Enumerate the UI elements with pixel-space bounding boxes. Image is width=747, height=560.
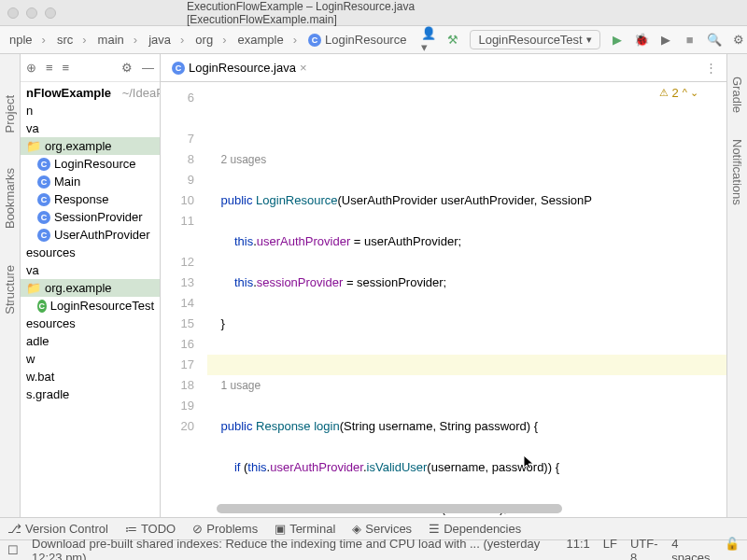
gear-icon[interactable]: ⚙ <box>731 33 746 48</box>
line-sep[interactable]: LF <box>603 537 617 561</box>
close-dot[interactable] <box>7 7 19 19</box>
tree-item[interactable]: va <box>21 261 160 279</box>
terminal-tool[interactable]: ▣ Terminal <box>275 522 335 536</box>
editor: CLoginResource.java× ⋮ ⚠2 ^ ⌄ 6 7891011 … <box>161 54 726 517</box>
status-bar: ☐ Download pre-built shared indexes: Red… <box>0 539 747 560</box>
close-tab-icon[interactable]: × <box>300 61 307 75</box>
window-controls <box>7 7 56 19</box>
tab-menu-icon[interactable]: ⋮ <box>705 61 723 75</box>
problems-tool[interactable]: ⊘ Problems <box>192 522 258 536</box>
tree-item[interactable]: CLoginResourceTest <box>21 297 160 315</box>
editor-tabs: CLoginResource.java× ⋮ <box>161 54 726 82</box>
project-tree[interactable]: nFlowExample ~/IdeaPr n va 📁 org.example… <box>21 82 160 405</box>
tree-item[interactable]: CUserAuthProvider <box>21 226 160 244</box>
tree-item[interactable]: 📁 org.example <box>21 279 160 297</box>
tree-root[interactable]: nFlowExample ~/IdeaPr <box>21 84 160 102</box>
window-title: ExecutionFlowExample – LoginResource.jav… <box>187 0 560 26</box>
todo-tool[interactable]: ≔ TODO <box>125 522 176 536</box>
search-icon[interactable]: 🔍 <box>707 33 722 48</box>
project-panel: ⊕ ≡ ≡ ⚙ — nFlowExample ~/IdeaPr n va 📁 o… <box>21 54 161 517</box>
crumb[interactable]: example <box>232 33 302 47</box>
indent[interactable]: 4 spaces <box>671 537 712 561</box>
project-toolbar: ⊕ ≡ ≡ ⚙ — <box>21 54 160 82</box>
tree-item[interactable]: CResponse <box>21 190 160 208</box>
file-tab[interactable]: CLoginResource.java× <box>164 57 315 78</box>
coverage-icon[interactable]: ▶ <box>658 33 673 48</box>
hide-icon[interactable]: — <box>142 61 154 75</box>
hammer-icon[interactable]: ⚒ <box>445 33 460 48</box>
inspections-badge[interactable]: ⚠2 ^ ⌄ <box>659 86 698 100</box>
crumb[interactable]: org <box>190 33 232 47</box>
structure-tab[interactable]: Structure <box>3 261 17 318</box>
tree-item[interactable]: CMain <box>21 173 160 190</box>
crumb[interactable]: java <box>143 33 190 47</box>
min-dot[interactable] <box>26 7 37 19</box>
status-icon[interactable]: ☐ <box>7 543 19 557</box>
tree-item[interactable]: esources <box>21 244 160 261</box>
lock-icon[interactable]: 🔓 <box>725 537 740 561</box>
titlebar: ExecutionFlowExample – LoginResource.jav… <box>0 0 747 26</box>
encoding[interactable]: UTF-8 <box>630 537 658 561</box>
crumb[interactable]: src <box>51 33 92 47</box>
tree-item[interactable]: n <box>21 102 160 119</box>
services-tool[interactable]: ◈ Services <box>352 522 412 536</box>
status-message[interactable]: Download pre-built shared indexes: Reduc… <box>32 537 554 561</box>
line-gutter: 6 7891011 121314151617181920 <box>161 82 207 517</box>
expand-icon[interactable]: ≡ <box>63 61 70 75</box>
crumb[interactable]: main <box>92 33 144 47</box>
bookmarks-tab[interactable]: Bookmarks <box>3 164 17 232</box>
target-icon[interactable]: ⊕ <box>26 61 36 75</box>
dependencies-tool[interactable]: ☰ Dependencies <box>429 522 521 536</box>
tree-item[interactable]: CLoginResource <box>21 155 160 173</box>
notifications-tab[interactable]: Notifications <box>730 135 744 209</box>
max-dot[interactable] <box>45 7 56 19</box>
crumb[interactable]: nple <box>4 33 51 47</box>
tree-item[interactable]: va <box>21 119 160 137</box>
navbar: nple src main java org example CLoginRes… <box>0 26 747 54</box>
stop-icon[interactable]: ■ <box>683 33 698 48</box>
gradle-tab[interactable]: Gradle <box>730 73 744 117</box>
tree-item[interactable]: s.gradle <box>21 385 160 403</box>
right-gutter: Gradle Notifications <box>726 54 747 517</box>
run-icon[interactable]: ▶ <box>610 33 625 48</box>
tree-item[interactable]: w <box>21 350 160 368</box>
caret-pos[interactable]: 11:1 <box>567 537 590 561</box>
code-area[interactable]: ⚠2 ^ ⌄ 6 7891011 121314151617181920 2 us… <box>161 82 726 517</box>
vcs-tool[interactable]: ⎇ Version Control <box>7 522 108 536</box>
debug-icon[interactable]: 🐞 <box>634 33 649 48</box>
project-tab[interactable]: Project <box>3 91 17 136</box>
horizontal-scrollbar[interactable] <box>217 504 562 513</box>
tree-item[interactable]: adle <box>21 332 160 350</box>
tree-item[interactable]: w.bat <box>21 368 160 385</box>
settings-icon[interactable]: ⚙ <box>121 61 133 75</box>
tree-item[interactable]: 📁 org.example <box>21 137 160 155</box>
run-config-selector[interactable]: LoginResourceTest ▾ <box>470 30 599 49</box>
left-gutter: Project Bookmarks Structure <box>0 54 21 517</box>
crumb[interactable]: CLoginResource <box>303 33 421 47</box>
code-body[interactable]: 2 usages public LoginResource(UserAuthPr… <box>207 82 726 517</box>
tree-item[interactable]: CSessionProvider <box>21 208 160 226</box>
collapse-icon[interactable]: ≡ <box>46 61 53 75</box>
user-icon[interactable]: 👤▾ <box>421 33 436 48</box>
tree-item[interactable]: esources <box>21 315 160 332</box>
